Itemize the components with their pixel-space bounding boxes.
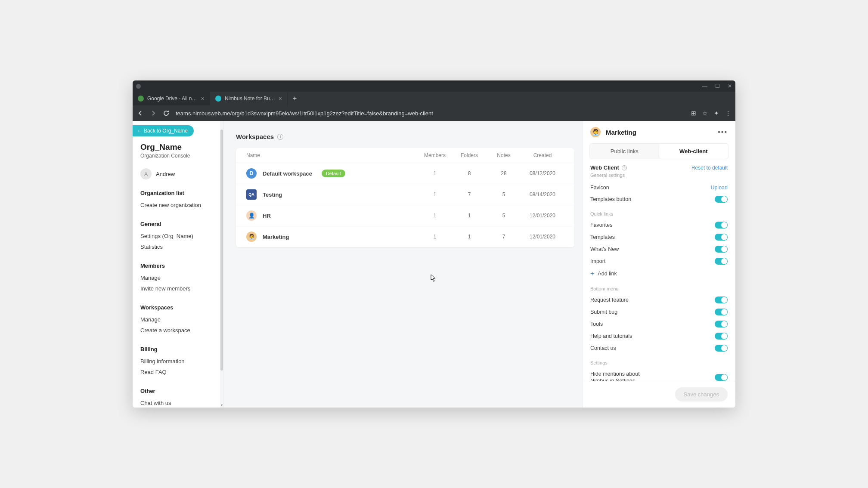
cell-notes: 5 [487, 213, 521, 219]
sidebar-item-invite-members[interactable]: Invite new members [140, 283, 217, 294]
nav-back-icon[interactable] [137, 110, 144, 117]
more-icon[interactable]: ••• [718, 128, 728, 136]
user-name: Andrew [156, 171, 175, 177]
workspace-icon: 🧑‍💼 [246, 232, 257, 242]
quick-link-label: Import [590, 258, 605, 264]
extensions-icon[interactable]: ✦ [714, 110, 719, 117]
browser-tabbar: Google Drive - All notes - N... × Nimbus… [133, 92, 735, 105]
sidebar-item-settings[interactable]: Settings (Org_Name) [140, 231, 217, 241]
translate-icon[interactable]: ⊞ [691, 110, 696, 117]
workspace-name: HR [263, 213, 271, 219]
app-container: ▾ ← Back to Org_Name Org_Name Organizati… [133, 121, 735, 408]
help-icon[interactable]: ? [622, 165, 627, 170]
workspace-icon: 👤 [246, 210, 257, 221]
sidebar-item-chat[interactable]: Chat with us [140, 398, 217, 408]
sidebar-item-create-workspace[interactable]: Create a workspace [140, 325, 217, 336]
reset-to-default-link[interactable]: Reset to default [691, 165, 728, 171]
setting-favicon: Favicon Upload [590, 182, 728, 193]
tab-web-client[interactable]: Web-client [659, 144, 728, 159]
cell-created: 08/14/2020 [521, 191, 564, 198]
col-name: Name [246, 152, 418, 158]
tab-close-icon[interactable]: × [279, 95, 282, 102]
arrow-left-icon: ← [137, 128, 142, 134]
bottom-menu-submit-bug: Submit bug [590, 306, 728, 318]
add-link-button[interactable]: + Add link [590, 267, 728, 280]
toggle-help-and-tutorials[interactable] [715, 333, 728, 340]
general-settings-label: General settings [590, 173, 728, 178]
tab-favicon-icon [215, 96, 221, 102]
section-head-general: General [140, 221, 217, 227]
toggle-contact-us[interactable] [715, 345, 728, 352]
panel-title: Marketing [606, 129, 713, 136]
cell-created: 12/01/2020 [521, 234, 564, 240]
upload-favicon-link[interactable]: Upload [710, 185, 728, 191]
quick-link-what-s-new: What's New [590, 243, 728, 255]
window-minimize-icon[interactable]: — [702, 83, 707, 89]
cell-members: 1 [418, 213, 452, 219]
quick-link-label: Templates [590, 234, 615, 240]
main-content: Workspaces i Name Members Folders Notes … [224, 121, 582, 408]
panel-tabs: Public links Web-client [589, 143, 728, 159]
window-menu-dot [136, 84, 141, 89]
favicon-label: Favicon [590, 185, 609, 191]
new-tab-button[interactable]: + [288, 92, 302, 105]
table-header: Name Members Folders Notes Created [236, 148, 574, 163]
bookmark-icon[interactable]: ☆ [702, 110, 708, 117]
window-titlebar: — ☐ ✕ [133, 80, 735, 92]
address-bar[interactable]: teams.nimbusweb.me/org/b1d3swnxipm95elo/… [176, 110, 685, 117]
table-row[interactable]: 🧑‍💼Marketing11712/01/2020 [236, 226, 574, 247]
toggle-favorites[interactable] [715, 222, 728, 229]
toggle-hide-mentions[interactable] [715, 374, 728, 381]
tab-close-icon[interactable]: × [201, 95, 205, 102]
bottom-menu-request-feature: Request feature [590, 294, 728, 306]
tab-favicon-icon [138, 96, 144, 102]
window-close-icon[interactable]: ✕ [728, 83, 732, 89]
sidebar-item-manage-workspaces[interactable]: Manage [140, 314, 217, 325]
bottom-menu-label: Help and tutorials [590, 333, 632, 339]
workspace-icon: QA [246, 189, 257, 200]
sidebar-item-manage-members[interactable]: Manage [140, 272, 217, 283]
toggle-templates[interactable] [715, 234, 728, 241]
table-row[interactable]: DDefault workspaceDefault182808/12/2020 [236, 163, 574, 184]
scroll-down-icon[interactable]: ▾ [220, 403, 223, 408]
browser-toolbar: teams.nimbusweb.me/org/b1d3swnxipm95elo/… [133, 105, 735, 121]
nav-reload-icon[interactable] [163, 110, 170, 117]
quick-link-favorites: Favorites [590, 219, 728, 231]
sidebar-item-read-faq[interactable]: Read FAQ [140, 367, 217, 377]
toggle-request-feature[interactable] [715, 297, 728, 303]
browser-menu-icon[interactable]: ⋮ [725, 110, 731, 117]
tab-public-links[interactable]: Public links [590, 144, 659, 159]
sidebar-scrollbar[interactable]: ▾ [220, 121, 223, 408]
browser-tab-active[interactable]: Nimbus Note for Business - Org... × [210, 92, 288, 105]
current-user[interactable]: A Andrew [140, 168, 217, 179]
bottom-menu-contact-us: Contact us [590, 342, 728, 354]
page-title-row: Workspaces i [236, 133, 574, 140]
cell-members: 1 [418, 191, 452, 198]
toggle-tools[interactable] [715, 321, 728, 327]
browser-tab-inactive[interactable]: Google Drive - All notes - N... × [133, 92, 210, 105]
toggle-submit-bug[interactable] [715, 309, 728, 315]
sidebar-item-billing-info[interactable]: Billing information [140, 356, 217, 367]
col-members: Members [418, 152, 452, 158]
toggle-import[interactable] [715, 258, 728, 265]
bottom-menu-label: Tools [590, 321, 603, 327]
table-row[interactable]: 👤HR11512/01/2020 [236, 205, 574, 226]
back-to-org-button[interactable]: ← Back to Org_Name [133, 125, 194, 136]
section-head-workspaces: Workspaces [140, 304, 217, 311]
table-row[interactable]: QATesting17508/14/2020 [236, 184, 574, 205]
workspace-name: Default workspace [263, 170, 312, 177]
panel-footer: Save changes [583, 381, 735, 408]
save-changes-button[interactable]: Save changes [675, 387, 728, 402]
toggle-templates-button[interactable] [715, 196, 728, 203]
nav-forward-icon[interactable] [150, 110, 157, 117]
scrollbar-thumb[interactable] [220, 130, 223, 371]
info-icon[interactable]: i [277, 134, 283, 140]
toggle-what-s-new[interactable] [715, 246, 728, 253]
col-notes: Notes [487, 152, 521, 158]
sidebar-item-statistics[interactable]: Statistics [140, 241, 217, 252]
col-created: Created [521, 152, 564, 158]
sidebar-item-create-org[interactable]: Create new organization [140, 200, 217, 210]
cell-created: 08/12/2020 [521, 170, 564, 176]
workspaces-table: Name Members Folders Notes Created DDefa… [236, 148, 574, 247]
window-maximize-icon[interactable]: ☐ [715, 83, 720, 89]
